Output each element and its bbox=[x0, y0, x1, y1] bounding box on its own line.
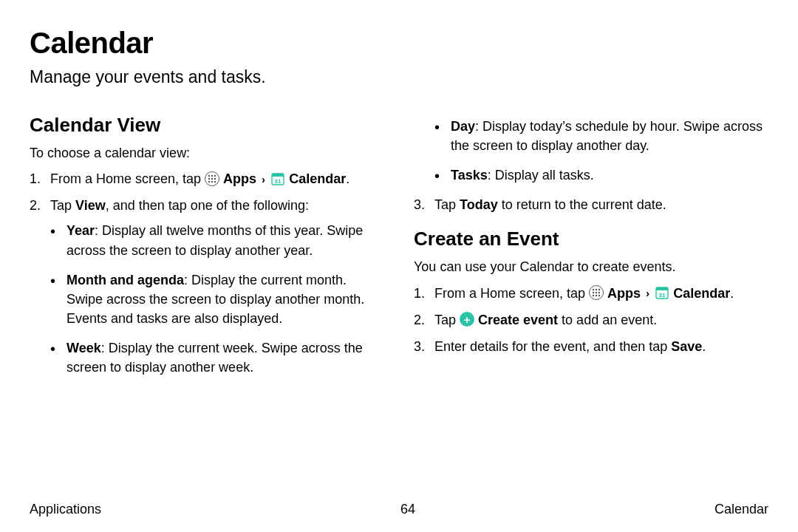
chevron-right-icon: › bbox=[262, 171, 265, 188]
step-2: Tap View, and then tap one of the follow… bbox=[30, 196, 384, 377]
svg-point-1 bbox=[211, 174, 213, 176]
step2-bold: View bbox=[75, 198, 106, 213]
plus-icon: + bbox=[460, 312, 474, 327]
svg-point-17 bbox=[593, 295, 594, 296]
svg-point-18 bbox=[596, 295, 597, 296]
step3-post: to return to the current date. bbox=[498, 197, 666, 212]
svg-point-11 bbox=[593, 289, 594, 290]
page-subtitle: Manage your events and tasks. bbox=[30, 67, 768, 87]
step-3: Tap Today to return to the current date. bbox=[414, 195, 768, 214]
svg-rect-21 bbox=[656, 287, 668, 290]
cstep3-bold: Save bbox=[671, 339, 702, 354]
footer-right: Calendar bbox=[715, 502, 768, 517]
svg-point-19 bbox=[598, 295, 600, 296]
svg-point-4 bbox=[211, 177, 213, 179]
week-label: Week bbox=[66, 341, 101, 355]
chevron-right-icon: › bbox=[646, 285, 649, 301]
svg-point-6 bbox=[208, 180, 210, 182]
step1-pre: From a Home screen, tap bbox=[50, 171, 205, 186]
create-step-3: Enter details for the event, and then ta… bbox=[414, 337, 768, 356]
page-title: Calendar bbox=[30, 27, 768, 60]
step3-bold: Today bbox=[460, 197, 498, 212]
content-columns: Calendar View To choose a calendar view:… bbox=[30, 111, 768, 387]
steps-create-event: From a Home screen, tap Apps › 31 Calend… bbox=[414, 284, 768, 356]
cstep1-post: . bbox=[730, 286, 734, 301]
option-week: Week: Display the current week. Swipe ac… bbox=[50, 338, 384, 377]
page-footer: Applications 64 Calendar bbox=[30, 502, 768, 517]
view-options: Year: Display all twelve months of this … bbox=[50, 221, 384, 377]
month-label: Month and agenda bbox=[66, 273, 184, 287]
steps-calendar-view-cont: Tap Today to return to the current date. bbox=[414, 195, 768, 214]
create-step-1: From a Home screen, tap Apps › 31 Calend… bbox=[414, 284, 768, 303]
footer-left: Applications bbox=[30, 502, 101, 517]
calendar-icon-day: 31 bbox=[659, 291, 666, 298]
year-text: : Display all twelve months of this year… bbox=[66, 223, 363, 257]
heading-create-event: Create an Event bbox=[414, 228, 768, 250]
option-year: Year: Display all twelve months of this … bbox=[50, 221, 384, 259]
calendar-label: Calendar bbox=[289, 171, 346, 186]
cstep2-pre: Tap bbox=[434, 313, 460, 327]
calendar-label: Calendar bbox=[673, 286, 730, 301]
option-tasks: Tasks: Display all tasks. bbox=[434, 166, 768, 185]
svg-point-5 bbox=[214, 177, 216, 179]
create-step-2: Tap + Create event to add an event. bbox=[414, 310, 768, 330]
cstep3-post: . bbox=[702, 339, 706, 354]
svg-point-14 bbox=[593, 292, 594, 293]
svg-point-0 bbox=[208, 174, 210, 176]
step3-pre: Tap bbox=[434, 197, 460, 212]
step-1: From a Home screen, tap Apps › 31 Calend… bbox=[30, 169, 384, 188]
day-label: Day bbox=[451, 119, 475, 134]
cstep2-bold: Create event bbox=[478, 313, 558, 327]
apps-icon bbox=[205, 171, 219, 186]
apps-label: Apps bbox=[607, 286, 641, 301]
option-month: Month and agenda: Display the current mo… bbox=[50, 270, 384, 328]
tasks-label: Tasks bbox=[451, 168, 488, 183]
svg-point-16 bbox=[598, 292, 600, 293]
svg-point-2 bbox=[214, 174, 216, 176]
step2-pre: Tap bbox=[50, 198, 75, 213]
calendar-icon-day: 31 bbox=[275, 177, 282, 184]
svg-point-15 bbox=[596, 292, 597, 293]
intro-calendar-view: To choose a calendar view: bbox=[30, 144, 384, 162]
heading-calendar-view: Calendar View bbox=[30, 114, 384, 137]
calendar-icon: 31 bbox=[655, 285, 669, 300]
footer-page-number: 64 bbox=[400, 502, 415, 517]
column-left: Calendar View To choose a calendar view:… bbox=[30, 111, 384, 387]
day-text: : Display today’s schedule by hour. Swip… bbox=[451, 119, 763, 153]
svg-point-3 bbox=[208, 177, 210, 179]
cstep3-pre: Enter details for the event, and then ta… bbox=[434, 339, 671, 354]
cstep2-post: to add an event. bbox=[558, 313, 657, 327]
calendar-icon: 31 bbox=[270, 171, 285, 186]
steps-calendar-view: From a Home screen, tap Apps › 31 Calend… bbox=[30, 169, 384, 377]
column-right: Day: Display today’s schedule by hour. S… bbox=[414, 111, 768, 387]
step1-post: . bbox=[346, 171, 349, 186]
step2-post: , and then tap one of the following: bbox=[106, 198, 309, 213]
svg-point-13 bbox=[598, 289, 600, 290]
svg-point-12 bbox=[596, 289, 597, 290]
apps-label: Apps bbox=[223, 171, 256, 186]
svg-rect-10 bbox=[272, 174, 284, 177]
tasks-text: : Display all tasks. bbox=[488, 168, 594, 183]
year-label: Year bbox=[66, 223, 95, 238]
view-options-continued: Day: Display today’s schedule by hour. S… bbox=[434, 117, 768, 185]
apps-icon bbox=[589, 285, 604, 300]
svg-point-7 bbox=[211, 180, 213, 182]
option-day: Day: Display today’s schedule by hour. S… bbox=[434, 117, 768, 155]
intro-create-event: You can use your Calendar to create even… bbox=[414, 258, 768, 276]
cstep1-pre: From a Home screen, tap bbox=[434, 286, 589, 301]
week-text: : Display the current week. Swipe across… bbox=[66, 341, 363, 375]
svg-point-8 bbox=[214, 180, 216, 182]
